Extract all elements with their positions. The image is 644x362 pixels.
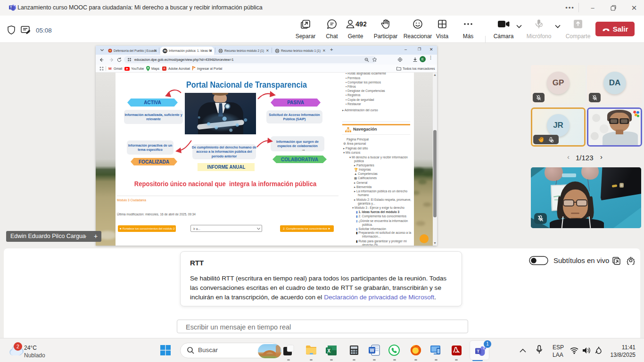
svg-text:T: T xyxy=(10,6,12,9)
svg-text:T: T xyxy=(477,348,479,354)
svg-text:492: 492 xyxy=(355,20,366,28)
svg-text:X: X xyxy=(327,348,330,353)
svg-text:W: W xyxy=(370,348,374,353)
